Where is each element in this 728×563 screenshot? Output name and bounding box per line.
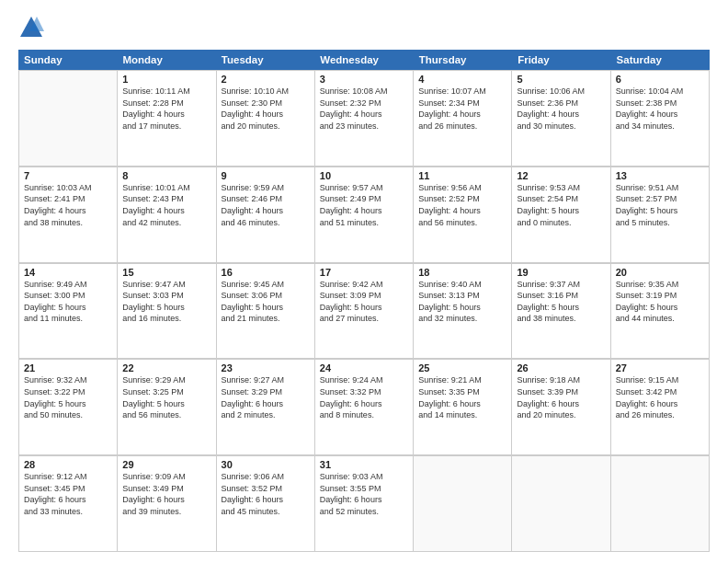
day-cell-6: 6Sunrise: 10:04 AM Sunset: 2:38 PM Dayli… bbox=[611, 71, 710, 167]
day-info: Sunrise: 10:03 AM Sunset: 2:41 PM Daylig… bbox=[24, 182, 112, 228]
day-info: Sunrise: 9:18 AM Sunset: 3:39 PM Dayligh… bbox=[517, 374, 605, 420]
day-cell-17: 17Sunrise: 9:42 AM Sunset: 3:09 PM Dayli… bbox=[315, 264, 414, 360]
day-cell-8: 8Sunrise: 10:01 AM Sunset: 2:43 PM Dayli… bbox=[118, 167, 216, 263]
day-info: Sunrise: 9:40 AM Sunset: 3:13 PM Dayligh… bbox=[418, 279, 506, 325]
day-info: Sunrise: 10:04 AM Sunset: 2:38 PM Daylig… bbox=[616, 86, 704, 132]
day-number: 10 bbox=[320, 170, 408, 181]
week-row-3: 14Sunrise: 9:49 AM Sunset: 3:00 PM Dayli… bbox=[18, 263, 710, 360]
day-number: 14 bbox=[24, 267, 112, 278]
day-info: Sunrise: 9:49 AM Sunset: 3:00 PM Dayligh… bbox=[24, 279, 112, 325]
day-cell-20: 20Sunrise: 9:35 AM Sunset: 3:19 PM Dayli… bbox=[611, 264, 710, 360]
day-info: Sunrise: 9:21 AM Sunset: 3:35 PM Dayligh… bbox=[418, 374, 506, 420]
day-info: Sunrise: 10:08 AM Sunset: 2:32 PM Daylig… bbox=[320, 86, 408, 132]
day-cell-4: 4Sunrise: 10:07 AM Sunset: 2:34 PM Dayli… bbox=[414, 71, 512, 167]
day-cell-26: 26Sunrise: 9:18 AM Sunset: 3:39 PM Dayli… bbox=[512, 360, 610, 455]
day-number: 30 bbox=[222, 459, 310, 470]
day-number: 8 bbox=[122, 170, 210, 181]
day-cell-14: 14Sunrise: 9:49 AM Sunset: 3:00 PM Dayli… bbox=[19, 264, 118, 360]
day-cell-30: 30Sunrise: 9:06 AM Sunset: 3:52 PM Dayli… bbox=[217, 456, 315, 552]
day-cell-12: 12Sunrise: 9:53 AM Sunset: 2:54 PM Dayli… bbox=[512, 167, 610, 263]
day-number: 19 bbox=[517, 267, 605, 278]
week-row-1: 1Sunrise: 10:11 AM Sunset: 2:28 PM Dayli… bbox=[18, 70, 710, 167]
day-number: 31 bbox=[320, 459, 408, 470]
day-cell-2: 2Sunrise: 10:10 AM Sunset: 2:30 PM Dayli… bbox=[217, 71, 315, 167]
day-info: Sunrise: 9:37 AM Sunset: 3:16 PM Dayligh… bbox=[517, 279, 605, 325]
day-number: 28 bbox=[24, 459, 112, 470]
week-row-2: 7Sunrise: 10:03 AM Sunset: 2:41 PM Dayli… bbox=[18, 167, 710, 263]
calendar-header: SundayMondayTuesdayWednesdayThursdayFrid… bbox=[18, 50, 710, 70]
day-number: 3 bbox=[320, 74, 408, 85]
day-info: Sunrise: 9:12 AM Sunset: 3:45 PM Dayligh… bbox=[24, 471, 112, 517]
day-info: Sunrise: 10:01 AM Sunset: 2:43 PM Daylig… bbox=[122, 182, 210, 228]
calendar: SundayMondayTuesdayWednesdayThursdayFrid… bbox=[18, 50, 710, 552]
header-day-friday: Friday bbox=[512, 50, 610, 70]
header-day-saturday: Saturday bbox=[611, 50, 710, 70]
header-day-sunday: Sunday bbox=[18, 50, 117, 70]
day-cell-24: 24Sunrise: 9:24 AM Sunset: 3:32 PM Dayli… bbox=[315, 360, 414, 455]
day-cell-18: 18Sunrise: 9:40 AM Sunset: 3:13 PM Dayli… bbox=[414, 264, 512, 360]
day-info: Sunrise: 9:42 AM Sunset: 3:09 PM Dayligh… bbox=[320, 279, 408, 325]
day-number: 26 bbox=[517, 362, 605, 373]
empty-cell bbox=[414, 456, 512, 552]
day-number: 1 bbox=[122, 74, 210, 85]
day-info: Sunrise: 10:06 AM Sunset: 2:36 PM Daylig… bbox=[517, 86, 605, 132]
day-info: Sunrise: 9:53 AM Sunset: 2:54 PM Dayligh… bbox=[517, 182, 605, 228]
day-info: Sunrise: 10:10 AM Sunset: 2:30 PM Daylig… bbox=[222, 86, 310, 132]
day-cell-13: 13Sunrise: 9:51 AM Sunset: 2:57 PM Dayli… bbox=[611, 167, 710, 263]
day-cell-27: 27Sunrise: 9:15 AM Sunset: 3:42 PM Dayli… bbox=[611, 360, 710, 455]
day-info: Sunrise: 9:06 AM Sunset: 3:52 PM Dayligh… bbox=[222, 471, 310, 517]
day-info: Sunrise: 9:47 AM Sunset: 3:03 PM Dayligh… bbox=[122, 279, 210, 325]
day-info: Sunrise: 9:27 AM Sunset: 3:29 PM Dayligh… bbox=[222, 374, 310, 420]
day-cell-5: 5Sunrise: 10:06 AM Sunset: 2:36 PM Dayli… bbox=[512, 71, 610, 167]
day-info: Sunrise: 9:32 AM Sunset: 3:22 PM Dayligh… bbox=[24, 374, 112, 420]
logo-icon bbox=[18, 15, 44, 40]
day-cell-15: 15Sunrise: 9:47 AM Sunset: 3:03 PM Dayli… bbox=[118, 264, 216, 360]
day-cell-31: 31Sunrise: 9:03 AM Sunset: 3:55 PM Dayli… bbox=[315, 456, 414, 552]
header-day-tuesday: Tuesday bbox=[216, 50, 314, 70]
day-number: 25 bbox=[418, 362, 506, 373]
header bbox=[18, 15, 710, 40]
day-info: Sunrise: 9:56 AM Sunset: 2:52 PM Dayligh… bbox=[418, 182, 506, 228]
day-info: Sunrise: 9:03 AM Sunset: 3:55 PM Dayligh… bbox=[320, 471, 408, 517]
day-info: Sunrise: 9:24 AM Sunset: 3:32 PM Dayligh… bbox=[320, 374, 408, 420]
day-info: Sunrise: 9:15 AM Sunset: 3:42 PM Dayligh… bbox=[616, 374, 704, 420]
day-number: 22 bbox=[122, 362, 210, 373]
day-number: 24 bbox=[320, 362, 408, 373]
day-number: 27 bbox=[616, 362, 704, 373]
day-number: 12 bbox=[517, 170, 605, 181]
day-number: 20 bbox=[616, 267, 704, 278]
empty-cell bbox=[512, 456, 610, 552]
week-row-5: 28Sunrise: 9:12 AM Sunset: 3:45 PM Dayli… bbox=[18, 455, 710, 552]
calendar-body: 1Sunrise: 10:11 AM Sunset: 2:28 PM Dayli… bbox=[18, 70, 710, 552]
day-number: 16 bbox=[222, 267, 310, 278]
day-number: 7 bbox=[24, 170, 112, 181]
day-cell-7: 7Sunrise: 10:03 AM Sunset: 2:41 PM Dayli… bbox=[19, 167, 118, 263]
logo bbox=[18, 15, 46, 40]
day-info: Sunrise: 9:51 AM Sunset: 2:57 PM Dayligh… bbox=[616, 182, 704, 228]
day-cell-11: 11Sunrise: 9:56 AM Sunset: 2:52 PM Dayli… bbox=[414, 167, 512, 263]
day-info: Sunrise: 9:57 AM Sunset: 2:49 PM Dayligh… bbox=[320, 182, 408, 228]
day-number: 2 bbox=[222, 74, 310, 85]
day-number: 5 bbox=[517, 74, 605, 85]
day-number: 29 bbox=[122, 459, 210, 470]
day-cell-25: 25Sunrise: 9:21 AM Sunset: 3:35 PM Dayli… bbox=[414, 360, 512, 455]
day-cell-3: 3Sunrise: 10:08 AM Sunset: 2:32 PM Dayli… bbox=[315, 71, 414, 167]
day-cell-19: 19Sunrise: 9:37 AM Sunset: 3:16 PM Dayli… bbox=[512, 264, 610, 360]
day-cell-23: 23Sunrise: 9:27 AM Sunset: 3:29 PM Dayli… bbox=[217, 360, 315, 455]
day-info: Sunrise: 9:59 AM Sunset: 2:46 PM Dayligh… bbox=[222, 182, 310, 228]
header-day-wednesday: Wednesday bbox=[314, 50, 413, 70]
day-info: Sunrise: 10:11 AM Sunset: 2:28 PM Daylig… bbox=[122, 86, 210, 132]
day-info: Sunrise: 9:45 AM Sunset: 3:06 PM Dayligh… bbox=[222, 279, 310, 325]
day-cell-28: 28Sunrise: 9:12 AM Sunset: 3:45 PM Dayli… bbox=[19, 456, 118, 552]
day-cell-21: 21Sunrise: 9:32 AM Sunset: 3:22 PM Dayli… bbox=[19, 360, 118, 455]
day-cell-16: 16Sunrise: 9:45 AM Sunset: 3:06 PM Dayli… bbox=[217, 264, 315, 360]
day-number: 4 bbox=[418, 74, 506, 85]
week-row-4: 21Sunrise: 9:32 AM Sunset: 3:22 PM Dayli… bbox=[18, 359, 710, 455]
day-info: Sunrise: 9:09 AM Sunset: 3:49 PM Dayligh… bbox=[122, 471, 210, 517]
day-info: Sunrise: 9:35 AM Sunset: 3:19 PM Dayligh… bbox=[616, 279, 704, 325]
day-info: Sunrise: 10:07 AM Sunset: 2:34 PM Daylig… bbox=[418, 86, 506, 132]
day-number: 11 bbox=[418, 170, 506, 181]
empty-cell bbox=[19, 71, 118, 167]
day-number: 17 bbox=[320, 267, 408, 278]
day-number: 21 bbox=[24, 362, 112, 373]
